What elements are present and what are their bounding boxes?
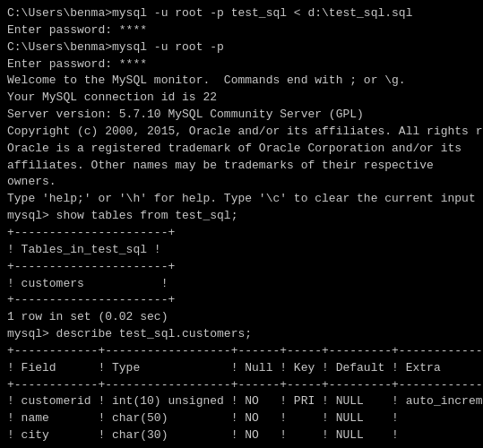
terminal-line-desc_header: ! Field ! Type ! Null ! Key ! Default ! … <box>7 360 476 377</box>
terminal-line-cmd1: C:\Users\benma>mysql -u root -p test_sql… <box>7 5 476 22</box>
terminal-line-pwd2: Enter password: **** <box>7 56 476 73</box>
terminal-line-welcome1: Welcome to the MySQL monitor. Commands e… <box>7 73 476 90</box>
terminal-line-customers_row: ! customers ! <box>7 276 476 293</box>
terminal-line-desc_cmd: mysql> describe test_sql.customers; <box>7 326 476 343</box>
terminal-line-desc_row2: ! name ! char(50) ! NO ! ! NULL ! ! <box>7 410 476 427</box>
terminal-line-desc_border1: +------------+------------------+------+… <box>7 343 476 360</box>
terminal-line-oracle1: Oracle is a registered trademark of Orac… <box>7 141 476 158</box>
terminal-line-border1: +----------------------+ <box>7 225 476 242</box>
terminal-line-show_cmd: mysql> show tables from test_sql; <box>7 208 476 225</box>
terminal-line-header: ! Tables_in_test_sql ! <box>7 242 476 259</box>
terminal-line-desc_border2: +------------+------------------+------+… <box>7 377 476 394</box>
terminal-line-oracle2: affiliates. Other names may be trademark… <box>7 158 476 175</box>
terminal-line-border2: +----------------------+ <box>7 259 476 276</box>
terminal-line-copyright: Copyright (c) 2000, 2015, Oracle and/or … <box>7 124 476 141</box>
terminal-line-help: Type 'help;' or '\h' for help. Type '\c'… <box>7 191 476 208</box>
terminal-line-rowcount1: 1 row in set (0.02 sec) <box>7 309 476 326</box>
terminal-line-border3: +----------------------+ <box>7 292 476 309</box>
terminal-line-connid: Your MySQL connection id is 22 <box>7 90 476 107</box>
terminal-line-version: Server version: 5.7.10 MySQL Community S… <box>7 107 476 124</box>
terminal-window: C:\Users\benma>mysql -u root -p test_sql… <box>7 5 476 448</box>
terminal-line-pwd1: Enter password: **** <box>7 22 476 39</box>
terminal-line-desc_border3: +------------+------------------+------+… <box>7 444 476 448</box>
terminal-line-desc_row3: ! city ! char(30) ! NO ! ! NULL ! ! <box>7 427 476 444</box>
terminal-line-oracle3: owners. <box>7 174 476 191</box>
terminal-line-desc_row1: ! customerid ! int(10) unsigned ! NO ! P… <box>7 393 476 410</box>
terminal-line-cmd2: C:\Users\benma>mysql -u root -p <box>7 39 476 56</box>
